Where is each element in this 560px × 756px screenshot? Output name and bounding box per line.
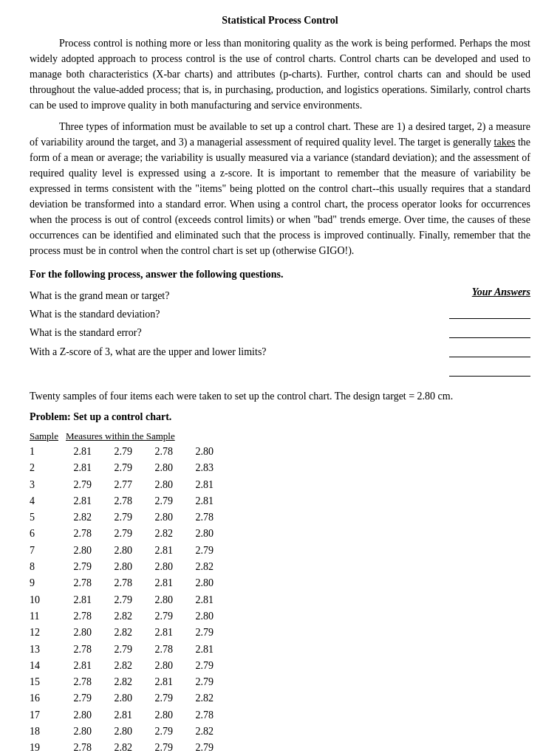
measure-value: 2.82	[106, 625, 147, 641]
underline-takes: takes	[494, 137, 516, 148]
measure-value: 2.81	[66, 460, 106, 476]
table-row: 192.782.822.792.79	[30, 740, 228, 756]
measure-value: 2.79	[188, 658, 228, 674]
sample-number: 7	[30, 543, 66, 559]
measure-value: 2.81	[188, 592, 228, 608]
measure-value: 2.78	[106, 493, 147, 509]
measure-value: 2.80	[147, 592, 188, 608]
answer-line-2[interactable]	[449, 322, 530, 338]
sample-number: 10	[30, 592, 66, 608]
table-row: 92.782.782.812.80	[30, 575, 228, 591]
measure-value: 2.81	[188, 642, 228, 658]
measure-value: 2.79	[147, 690, 188, 707]
measure-value: 2.83	[188, 460, 228, 476]
sample-number: 8	[30, 559, 66, 575]
measure-value: 2.79	[66, 559, 106, 575]
measure-value: 2.82	[106, 608, 147, 625]
sample-number: 13	[30, 642, 66, 658]
measure-value: 2.79	[188, 543, 228, 559]
sample-number: 14	[30, 658, 66, 674]
measures-header: Measures within the Sample	[66, 430, 228, 444]
measure-value: 2.79	[106, 642, 147, 658]
sample-intro: Twenty samples of four items each were t…	[30, 388, 530, 404]
measure-value: 2.80	[147, 477, 188, 493]
sample-number: 11	[30, 608, 66, 625]
measure-value: 2.79	[188, 625, 228, 641]
table-row: 112.782.822.792.80	[30, 608, 228, 625]
measure-value: 2.79	[188, 674, 228, 690]
sample-number: 1	[30, 444, 66, 460]
measure-value: 2.81	[66, 444, 106, 460]
measure-value: 2.81	[147, 575, 188, 591]
question-2: What is the standard deviation?	[30, 305, 442, 323]
measure-value: 2.81	[188, 477, 228, 493]
measure-value: 2.81	[147, 625, 188, 641]
table-row: 22.812.792.802.83	[30, 460, 228, 476]
section-question: For the following process, answer the fo…	[30, 269, 530, 281]
question-4: With a Z-score of 3, what are the upper …	[30, 343, 442, 361]
measure-value: 2.82	[66, 509, 106, 526]
measure-value: 2.78	[106, 575, 147, 591]
table-row: 62.782.792.822.80	[30, 526, 228, 542]
answer-line-3[interactable]	[449, 341, 530, 357]
your-answers-label: Your Answers	[472, 286, 530, 298]
measure-value: 2.79	[147, 724, 188, 740]
measure-value: 2.81	[66, 592, 106, 608]
measure-value: 2.79	[188, 740, 228, 756]
measure-value: 2.80	[147, 707, 188, 724]
sample-number: 2	[30, 460, 66, 476]
measure-value: 2.79	[147, 493, 188, 509]
measure-value: 2.80	[147, 460, 188, 476]
measure-value: 2.79	[106, 526, 147, 542]
measure-value: 2.78	[147, 642, 188, 658]
measure-value: 2.80	[66, 707, 106, 724]
table-row: 52.822.792.802.78	[30, 509, 228, 526]
table-row: 182.802.802.792.82	[30, 724, 228, 740]
measure-value: 2.82	[106, 740, 147, 756]
measure-value: 2.77	[106, 477, 147, 493]
sample-number: 5	[30, 509, 66, 526]
question-3: What is the standard error?	[30, 323, 442, 342]
measure-value: 2.80	[188, 575, 228, 591]
sample-header: Sample	[30, 430, 66, 444]
sample-number: 3	[30, 477, 66, 493]
table-row: 122.802.822.812.79	[30, 625, 228, 641]
table-row: 142.812.822.802.79	[30, 658, 228, 674]
intro-paragraph-2: Three types of information must be avail…	[30, 119, 530, 258]
measure-value: 2.78	[66, 642, 106, 658]
measure-value: 2.80	[188, 608, 228, 625]
page-title: Statistical Process Control	[30, 15, 530, 27]
sample-number: 19	[30, 740, 66, 756]
measure-value: 2.78	[66, 575, 106, 591]
measure-value: 2.81	[66, 493, 106, 509]
measure-value: 2.79	[147, 740, 188, 756]
intro-section: Process control is nothing more or less …	[30, 35, 530, 258]
table-row: 72.802.802.812.79	[30, 543, 228, 559]
measure-value: 2.78	[188, 707, 228, 724]
measure-value: 2.80	[106, 690, 147, 707]
answer-line-4[interactable]	[449, 360, 530, 377]
sample-number: 17	[30, 707, 66, 724]
measure-value: 2.80	[147, 658, 188, 674]
measure-value: 2.80	[147, 509, 188, 526]
measure-value: 2.80	[106, 559, 147, 575]
measure-value: 2.80	[106, 724, 147, 740]
sample-number: 9	[30, 575, 66, 591]
questions-list: What is the grand mean or target? What i…	[30, 286, 442, 361]
measure-value: 2.79	[66, 477, 106, 493]
table-row: 32.792.772.802.81	[30, 477, 228, 493]
measure-value: 2.81	[188, 493, 228, 509]
measure-value: 2.79	[147, 608, 188, 625]
sample-table: Sample Measures within the Sample 12.812…	[30, 430, 228, 756]
measure-value: 2.82	[188, 724, 228, 740]
measure-value: 2.79	[66, 690, 106, 707]
your-answers-col: Your Answers	[442, 286, 530, 379]
table-row: 132.782.792.782.81	[30, 642, 228, 658]
question-1: What is the grand mean or target?	[30, 286, 442, 305]
table-row: 82.792.802.802.82	[30, 559, 228, 575]
answer-line-1[interactable]	[449, 303, 530, 319]
table-row: 102.812.792.802.81	[30, 592, 228, 608]
measure-value: 2.82	[106, 658, 147, 674]
sample-number: 4	[30, 493, 66, 509]
measure-value: 2.81	[66, 658, 106, 674]
